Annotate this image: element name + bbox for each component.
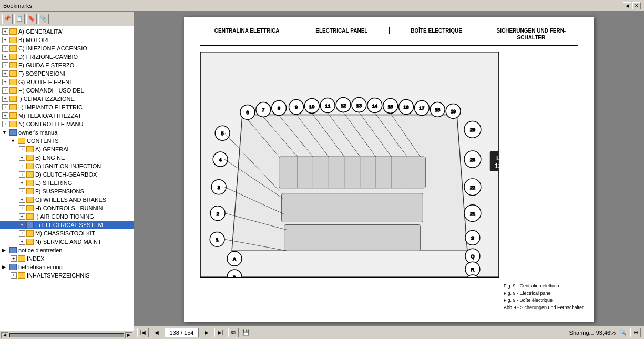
expand-icon[interactable]: + bbox=[19, 155, 25, 161]
expand-icon[interactable]: + bbox=[2, 54, 8, 60]
expand-icon[interactable]: + bbox=[2, 37, 8, 43]
sidebar-item-a-generalita[interactable]: + A) GENERALITA' bbox=[0, 27, 134, 36]
expand-icon[interactable]: + bbox=[2, 96, 8, 102]
svg-text:20: 20 bbox=[470, 127, 475, 132]
header-col-4: SICHERUNGEN UND FERN-SCHALTER bbox=[484, 27, 578, 41]
sidebar-item-f-suspensions[interactable]: + F) SUSPENSIONS bbox=[0, 187, 134, 196]
expand-icon[interactable]: + bbox=[11, 272, 17, 279]
save-icon[interactable]: 💾 bbox=[241, 328, 251, 337]
sidebar-item-e-guida[interactable]: + E) GUIDA E STERZO bbox=[0, 61, 134, 69]
sidebar-item-i-climatizzazione[interactable]: + I) CLIMATIZZAZIONE bbox=[0, 95, 134, 103]
expand-icon[interactable]: + bbox=[19, 188, 25, 194]
expand-icon[interactable]: + bbox=[2, 104, 8, 110]
sidebar-item-h-controls[interactable]: + H) CONTROLS - RUNNIN bbox=[0, 204, 134, 212]
sidebar-item-m-telaio[interactable]: + M) TELAIO/ATTREZZAT bbox=[0, 111, 134, 120]
sidebar-item-i-air[interactable]: + I) AIR CONDITIONING bbox=[0, 212, 134, 221]
svg-text:L: L bbox=[496, 155, 499, 162]
svg-text:17: 17 bbox=[419, 106, 424, 111]
expand-icon[interactable]: + bbox=[19, 146, 25, 152]
last-page-button[interactable]: ▶| bbox=[214, 328, 226, 337]
svg-text:Q: Q bbox=[471, 254, 474, 259]
bookmark-remove-button[interactable]: 📋 bbox=[14, 14, 25, 24]
sidebar-item-owners-manual[interactable]: ▼ owner's manual bbox=[0, 128, 134, 137]
bookmark-add-button[interactable]: 📌 bbox=[2, 14, 13, 24]
caption-2: Fig. 9 - Electrical panel bbox=[504, 290, 584, 297]
sidebar-item-a-general[interactable]: + A) GENERAL bbox=[0, 145, 134, 153]
sidebar-hscroll[interactable]: ◀ ▶ bbox=[0, 331, 134, 339]
first-page-button[interactable]: |◀ bbox=[137, 328, 149, 337]
zoom-in-button[interactable]: ⊕ bbox=[630, 328, 641, 337]
bookmark-highlight-button[interactable]: 📎 bbox=[38, 14, 49, 24]
close-icon[interactable]: ✕ bbox=[632, 2, 641, 9]
sidebar-item-b-motore[interactable]: + B) MOTORE bbox=[0, 36, 134, 44]
expand-icon[interactable]: + bbox=[19, 222, 25, 228]
folder-icon bbox=[26, 146, 34, 152]
scroll-track[interactable] bbox=[9, 333, 124, 337]
expand-icon[interactable]: + bbox=[2, 121, 8, 127]
scroll-right-button[interactable]: ▶ bbox=[125, 332, 132, 338]
expand-icon[interactable]: + bbox=[2, 45, 8, 52]
svg-text:A: A bbox=[233, 256, 236, 262]
svg-text:3: 3 bbox=[218, 185, 220, 190]
expand-icon[interactable]: + bbox=[19, 163, 25, 169]
folder-icon bbox=[9, 70, 17, 77]
sidebar-item-d-frizione[interactable]: + D) FRIZIONE-CAMBIO bbox=[0, 53, 134, 61]
expand-icon[interactable]: + bbox=[2, 70, 8, 77]
sidebar-item-inhaltsverzeichnis[interactable]: + INHALTSVERZEICHNIS bbox=[0, 271, 134, 280]
sidebar-item-l-electrical[interactable]: + L) ELECTRICAL SYSTEM bbox=[0, 221, 134, 229]
sidebar-item-c-iniezione[interactable]: + C) INIEZIONE-ACCENSIO bbox=[0, 44, 134, 53]
expand-icon[interactable]: + bbox=[19, 197, 25, 203]
expand-icon[interactable]: + bbox=[19, 239, 25, 245]
expand-icon[interactable]: + bbox=[19, 171, 25, 178]
page-number-input[interactable] bbox=[165, 328, 199, 337]
sidebar-item-b-engine[interactable]: + B) ENGINE bbox=[0, 153, 134, 162]
sidebar-toolbar: 📌 📋 🔖 📎 bbox=[0, 12, 134, 26]
bookmarks-tree[interactable]: + A) GENERALITA' + B) MOTORE + C) INIEZI… bbox=[0, 26, 134, 331]
expand-icon[interactable]: + bbox=[2, 79, 8, 85]
expand-icon[interactable]: + bbox=[19, 230, 25, 237]
copy-icon[interactable]: ⧉ bbox=[228, 328, 239, 337]
folder-icon bbox=[9, 264, 17, 270]
expand-icon[interactable]: + bbox=[19, 180, 25, 186]
sidebar-item-c-ignition[interactable]: + C) IGNITION-INJECTION bbox=[0, 162, 134, 170]
prev-page-button[interactable]: ◀ bbox=[151, 328, 162, 337]
svg-text:12: 12 bbox=[341, 103, 346, 108]
expand-icon[interactable]: + bbox=[19, 213, 25, 220]
sidebar-item-index[interactable]: + INDEX bbox=[0, 254, 134, 263]
sidebar-item-g-ruote[interactable]: + G) RUOTE E FRENI bbox=[0, 78, 134, 86]
expand-icon[interactable]: + bbox=[19, 205, 25, 211]
folder-icon bbox=[9, 247, 17, 253]
expand-icon[interactable]: + bbox=[11, 255, 17, 262]
sidebar-item-n-service[interactable]: + N) SERVICE AND MAINT bbox=[0, 238, 134, 246]
folder-icon bbox=[9, 28, 17, 35]
svg-rect-87 bbox=[282, 193, 423, 222]
sidebar-item-g-wheels[interactable]: + G) WHEELS AND BRAKES bbox=[0, 196, 134, 204]
sidebar-item-n-controlli[interactable]: + N) CONTROLLI E MANU bbox=[0, 120, 134, 128]
scroll-left-button[interactable]: ◀ bbox=[1, 332, 8, 338]
expand-icon[interactable]: + bbox=[2, 87, 8, 94]
sidebar-item-l-impianto[interactable]: + L) IMPIANTO ELETTRIC bbox=[0, 103, 134, 111]
expand-icon[interactable]: + bbox=[2, 112, 8, 119]
sidebar-item-e-steering[interactable]: + E) STEERING bbox=[0, 179, 134, 187]
bookmark-properties-button[interactable]: 🔖 bbox=[26, 14, 37, 24]
sidebar-item-h-comandi[interactable]: + H) COMANDI - USO DEL bbox=[0, 86, 134, 95]
zoom-out-button[interactable]: 🔍 bbox=[618, 328, 628, 337]
next-page-button[interactable]: ▶ bbox=[201, 328, 212, 337]
sidebar-item-f-sospensioni[interactable]: + F) SOSPENSIONI bbox=[0, 69, 134, 78]
svg-text:7: 7 bbox=[262, 107, 264, 112]
folder-icon bbox=[9, 96, 17, 102]
svg-text:21: 21 bbox=[470, 211, 475, 217]
sidebar-item-betriebsanleitung[interactable]: ▶ betriebsanleitung bbox=[0, 263, 134, 271]
svg-text:18: 18 bbox=[435, 107, 440, 112]
expand-icon[interactable]: + bbox=[2, 62, 8, 68]
sidebar-item-contents[interactable]: ▼ CONTENTS bbox=[0, 137, 134, 145]
folder-icon bbox=[26, 205, 34, 211]
sidebar-item-m-chassis[interactable]: + M) CHASSIS/TOOLKIT bbox=[0, 229, 134, 238]
sidebar-item-d-clutch[interactable]: + D) CLUTCH-GEARBOX bbox=[0, 170, 134, 179]
expand-icon[interactable]: ◀ bbox=[623, 2, 631, 9]
expand-icon[interactable]: + bbox=[2, 28, 8, 35]
sidebar-item-notice-entretien[interactable]: ▶ notice d'entretien bbox=[0, 246, 134, 254]
fuse-box-diagram: 6 7 8 9 10 11 12 13 14 15 16 bbox=[200, 52, 499, 278]
folder-icon bbox=[18, 138, 25, 144]
zoom-label: 93,46% bbox=[596, 330, 616, 336]
